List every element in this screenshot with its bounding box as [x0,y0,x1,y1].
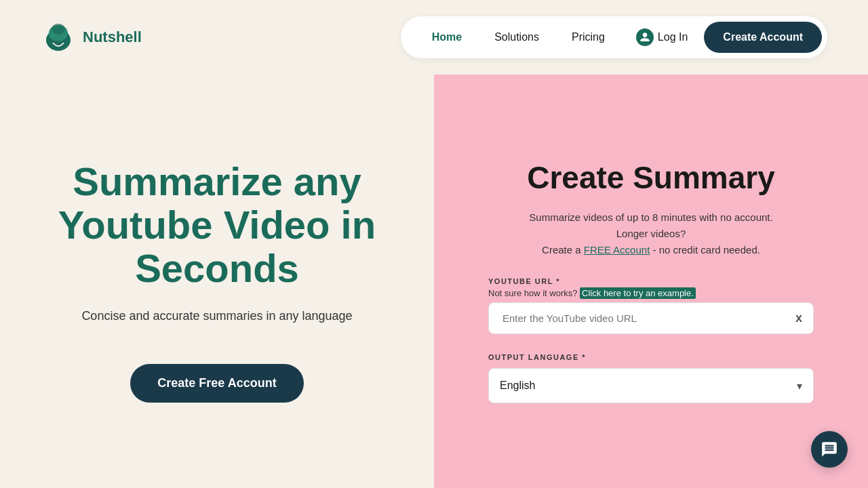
url-hint-prefix: Not sure how it works? [488,288,580,298]
chat-button[interactable] [811,431,848,468]
hero-title: Summarize any Youtube Video in Seconds [41,160,393,289]
youtube-url-input[interactable] [497,303,793,333]
desc-line2: Longer videos? [616,228,686,239]
nav-home[interactable]: Home [417,24,477,50]
language-field-group: OUTPUT LANGUAGE * English ▾ [488,353,814,403]
logo-icon [41,20,76,55]
navbar: Nutshell Home Solutions Pricing Log In C… [0,0,868,75]
main-content: Summarize any Youtube Video in Seconds C… [0,75,868,488]
free-account-link[interactable]: FREE Account [584,244,650,256]
url-hint-link[interactable]: Click here to try an example. [580,287,696,299]
nav-pricing[interactable]: Pricing [557,24,620,50]
create-free-account-button[interactable]: Create Free Account [130,364,303,403]
language-select[interactable]: English ▾ [488,368,814,403]
login-label: Log In [658,31,688,43]
desc-line3-prefix: Create a [542,244,584,256]
summary-card: Create Summary Summarize videos of up to… [488,159,814,403]
summary-description: Summarize videos of up to 8 minutes with… [488,209,814,258]
language-label: OUTPUT LANGUAGE * [488,353,814,361]
logo-text: Nutshell [83,28,142,46]
url-field-group: YOUTUBE URL * Not sure how it works? Cli… [488,277,814,334]
login-button[interactable]: Log In [623,22,701,53]
chevron-down-icon: ▾ [797,380,802,392]
left-panel: Summarize any Youtube Video in Seconds C… [0,75,434,488]
desc-line3-suffix: - no credit card needed. [650,244,760,256]
language-value: English [500,369,797,403]
desc-line1: Summarize videos of up to 8 minutes with… [529,211,772,223]
nav-pill: Home Solutions Pricing Log In Create Acc… [401,16,827,58]
nav-solutions[interactable]: Solutions [479,24,554,50]
chat-icon [821,441,838,458]
url-input-row: x [488,302,814,334]
summary-card-title: Create Summary [488,159,814,196]
right-panel: Create Summary Summarize videos of up to… [434,75,868,488]
create-account-button[interactable]: Create Account [704,22,822,53]
hero-subtitle: Concise and accurate summaries in any la… [41,309,393,323]
url-hint: Not sure how it works? Click here to try… [488,288,814,298]
login-icon [636,28,654,46]
logo-link[interactable]: Nutshell [41,20,142,55]
url-clear-button[interactable]: x [793,308,805,328]
url-label: YOUTUBE URL * [488,277,814,285]
svg-point-2 [52,24,65,35]
